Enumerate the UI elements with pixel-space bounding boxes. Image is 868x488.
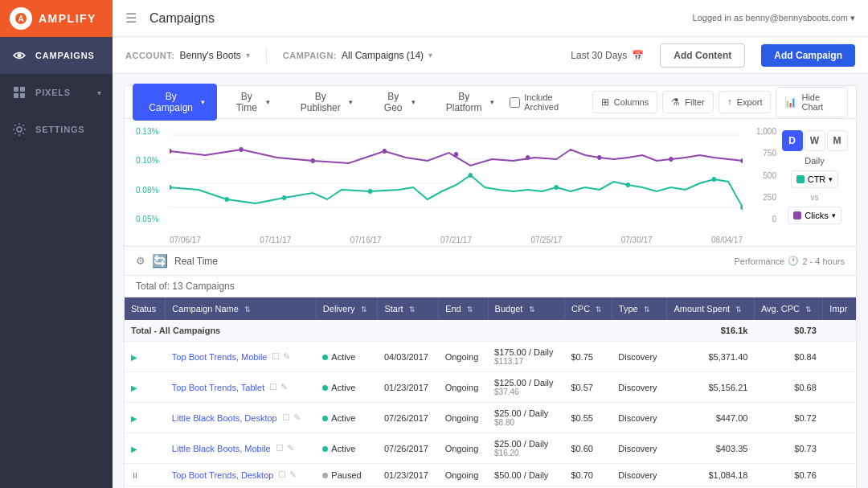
x-label-3: 07/21/17 [440, 236, 472, 244]
tab-by-campaign[interactable]: By Campaign ▾ [133, 84, 217, 121]
date-range-selector[interactable]: Last 30 Days 📅 [571, 50, 644, 61]
account-bar: ACCOUNT: Benny's Boots ▾ CAMPAIGN: All C… [113, 37, 868, 74]
x-label-6: 08/04/17 [711, 236, 743, 244]
realtime-label: Real Time [174, 256, 218, 267]
row-copy-icon[interactable]: ☐ [278, 470, 286, 480]
export-icon: ↑ [727, 96, 732, 108]
row-avg-cpc: $0.72 [754, 403, 822, 433]
row-end: Ongoing [439, 464, 488, 486]
settings-gear-icon[interactable]: ⚙ [136, 255, 145, 267]
daily-label: Daily [805, 156, 824, 166]
day-button[interactable]: D [782, 130, 803, 151]
campaign-selector[interactable]: CAMPAIGN: All Campaigns (14) ▾ [283, 50, 432, 61]
row-copy-icon[interactable]: ☐ [272, 351, 280, 362]
row-impr [823, 433, 856, 464]
campaigns-table: Status Campaign Name ⇅ Delivery ⇅ Start … [125, 297, 856, 488]
campaign-link[interactable]: Top Boot Trends, Mobile [172, 352, 268, 362]
tab-by-platform[interactable]: By Platform ▾ [429, 84, 506, 121]
columns-button[interactable]: ⊞ Columns [592, 91, 657, 113]
row-status[interactable]: ▶ [125, 433, 166, 464]
col-end[interactable]: End ⇅ [439, 297, 488, 320]
sidebar: A AMPLIFY CAMPAIGNS PIXELS ▾ SETTINGS [0, 0, 113, 488]
add-content-button[interactable]: Add Content [660, 43, 745, 68]
row-delivery: Active [316, 342, 378, 372]
calendar-icon: 📅 [632, 50, 644, 61]
col-amount-spent[interactable]: Amount Spent ⇅ [667, 297, 755, 320]
row-edit-icon[interactable]: ✎ [289, 470, 297, 480]
row-status[interactable]: ▶ [125, 372, 166, 403]
week-button[interactable]: W [805, 130, 825, 151]
col-delivery[interactable]: Delivery ⇅ [316, 297, 378, 320]
user-info[interactable]: Logged in as benny@bennysboots.com ▾ [693, 13, 855, 23]
row-edit-icon[interactable]: ✎ [283, 351, 290, 362]
hamburger-icon[interactable]: ☰ [125, 10, 137, 26]
clicks-chevron-icon: ▾ [832, 211, 836, 219]
campaign-link[interactable]: Little Black Boots, Mobile [172, 444, 271, 453]
col-start[interactable]: Start ⇅ [378, 297, 439, 320]
row-end: Ongoing [439, 342, 488, 372]
table-section: ⚙ 🔄 Real Time Performance 🕐 2 - 4 hours … [124, 247, 857, 488]
y-label-3: 0.05% [136, 215, 168, 223]
row-end: Ongoing [439, 372, 488, 403]
col-type[interactable]: Type ⇅ [612, 297, 667, 320]
row-status[interactable]: ⏸ [125, 464, 166, 486]
row-edit-icon[interactable]: ✎ [293, 412, 301, 423]
tab-by-time[interactable]: By Time ▾ [219, 84, 282, 121]
logo-icon: A [10, 7, 32, 30]
include-archived-label[interactable]: Include Archived [510, 92, 583, 112]
row-amount-spent: $1,084.18 [667, 464, 755, 486]
sidebar-item-settings[interactable]: SETTINGS [0, 111, 113, 148]
svg-point-27 [626, 182, 630, 187]
row-type: Discovery [612, 342, 667, 372]
row-edit-icon[interactable]: ✎ [287, 443, 294, 453]
sidebar-item-campaigns[interactable]: CAMPAIGNS [0, 37, 113, 74]
campaign-link[interactable]: Little Black Boots, Desktop [172, 413, 277, 423]
export-button[interactable]: ↑ Export [719, 91, 772, 113]
y-label-1: 0.10% [136, 156, 168, 165]
row-delivery: Paused [316, 464, 378, 486]
row-campaign-name: Little Black Boots, Mobile ☐ ✎ [166, 433, 317, 464]
account-selector[interactable]: ACCOUNT: Benny's Boots ▾ [125, 50, 250, 61]
row-copy-icon[interactable]: ☐ [282, 412, 290, 423]
row-copy-icon[interactable]: ☐ [269, 382, 277, 392]
total-row: Total - All Campaigns $16.1k $0.73 [125, 320, 856, 342]
chart-svg [170, 127, 743, 232]
svg-point-14 [311, 158, 315, 163]
campaign-link[interactable]: Top Boot Trends, Desktop [172, 470, 274, 480]
month-button[interactable]: M [827, 130, 848, 151]
col-budget[interactable]: Budget ⇅ [488, 297, 564, 320]
pixels-icon [11, 84, 27, 100]
col-status[interactable]: Status [125, 297, 166, 320]
total-avg-cpc: $0.73 [754, 320, 822, 342]
svg-text:A: A [18, 14, 23, 23]
sidebar-item-pixels[interactable]: PIXELS ▾ [0, 74, 113, 111]
include-archived-checkbox[interactable] [510, 97, 520, 108]
col-cpc[interactable]: CPC ⇅ [564, 297, 612, 320]
svg-point-7 [17, 127, 22, 132]
svg-point-25 [469, 173, 473, 178]
settings-icon [11, 121, 27, 137]
row-campaign-name: Little Black Boots, Desktop ☐ ✎ [166, 403, 317, 433]
add-campaign-button[interactable]: Add Campaign [761, 44, 855, 67]
row-cpc: $0.70 [564, 464, 612, 486]
col-avg-cpc[interactable]: Avg. CPC ⇅ [754, 297, 822, 320]
filter-button[interactable]: ⚗ Filter [662, 91, 713, 113]
tab-by-publisher[interactable]: By Publisher ▾ [284, 84, 365, 121]
row-status[interactable]: ▶ [125, 342, 166, 372]
performance-label: Performance [734, 256, 784, 266]
clicks-metric-selector[interactable]: Clicks ▾ [788, 207, 841, 224]
row-end: Ongoing [439, 403, 488, 433]
row-copy-icon[interactable]: ☐ [276, 443, 284, 453]
col-campaign-name[interactable]: Campaign Name ⇅ [166, 297, 317, 320]
ctr-metric-selector[interactable]: CTR ▾ [791, 170, 839, 188]
row-status[interactable]: ▶ [125, 403, 166, 433]
tab-by-geo[interactable]: By Geo ▾ [366, 84, 428, 121]
tab-by-campaign-chevron: ▾ [201, 98, 205, 106]
row-edit-icon[interactable]: ✎ [280, 382, 288, 392]
col-impr[interactable]: Impr [823, 297, 856, 320]
y-right-3: 250 [744, 193, 776, 202]
row-budget: $175.00 / Daily$113.17 [488, 342, 564, 372]
row-avg-cpc: $0.76 [754, 464, 822, 486]
hide-chart-button[interactable]: 📊 Hide Chart [776, 87, 848, 117]
campaign-link[interactable]: Top Boot Trends, Tablet [172, 383, 264, 392]
